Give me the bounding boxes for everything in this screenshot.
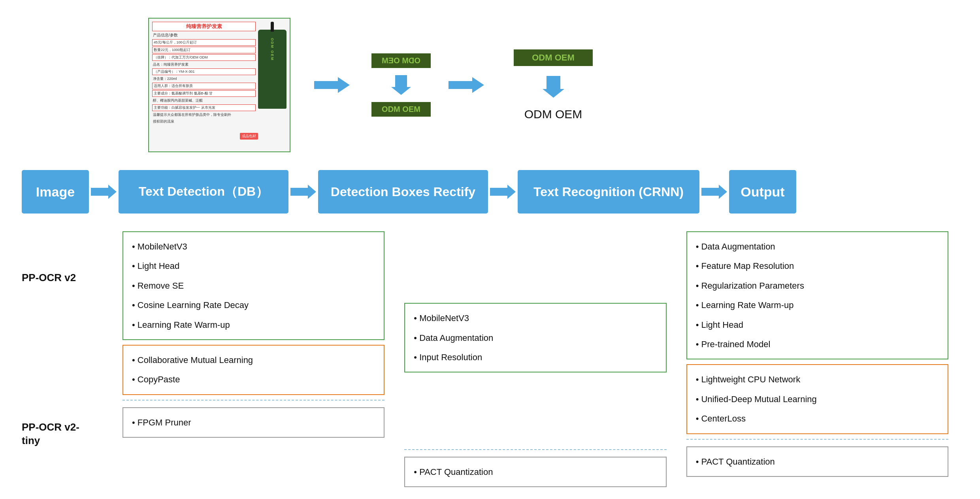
pp-ocr-tiny-label: PP-OCR v2- tiny <box>22 421 113 448</box>
rectify-tiny-box: • PACT Quantization <box>404 457 666 487</box>
badge: 成品包材 <box>240 133 258 140</box>
product-line-5: （产品编号）：YM-X-301 <box>152 68 256 75</box>
recognition-tiny-item-1: • PACT Quantization <box>696 454 939 469</box>
flow-output-box: Output <box>729 170 796 214</box>
flow-detection-box: Text Detection（DB） <box>119 170 288 214</box>
recognition-green-item-3: • Regularization Parameters <box>696 278 939 293</box>
detection-green-item-1: • MobileNetV3 <box>132 239 375 254</box>
detection-orange-box: • Collaborative Mutual Learning • CopyPa… <box>122 345 384 395</box>
rectify-divider <box>404 449 666 450</box>
product-text-area: 纯臻营养护发素 产品信息/参数 45元/每公斤，100公斤起订 数量22元，10… <box>152 22 256 148</box>
flow-image-box: Image <box>22 170 89 214</box>
rectify-col: • MobileNetV3 • Data Augmentation • Inpu… <box>394 229 676 489</box>
rectify-tiny-item-1: • PACT Quantization <box>414 465 657 479</box>
product-line-3: （挂牌）：代加工万方/OEM ODM <box>152 54 256 61</box>
divider-spacer <box>22 352 113 353</box>
product-line-4: 品名：纯臻营养护发素 <box>152 62 256 68</box>
top-arrow-2 <box>445 77 488 93</box>
odm-text-plain: ODM OEM <box>524 108 582 121</box>
recognition-orange-item-3: • CenterLoss <box>696 411 939 426</box>
label-column: PP-OCR v2 PP-OCR v2- tiny <box>22 229 113 489</box>
product-bottle: ODM OEM <box>258 30 286 109</box>
svg-marker-4 <box>91 185 117 199</box>
product-line-8: 主要成分：氨基酸调节剂 氨基B-酯 甘 <box>152 90 256 97</box>
bottom-content: • MobileNetV3 • Light Head • Remove SE •… <box>113 229 958 489</box>
rectify-green-item-1: • MobileNetV3 <box>414 311 657 325</box>
detection-orange-item-2: • CopyPaste <box>132 372 375 387</box>
flow-arrow-4 <box>699 185 729 199</box>
product-line-10: 主要功能：白腻容妆发发护一 从市光发 <box>152 104 256 111</box>
product-panel-area: 纯臻营养护发素 产品信息/参数 45元/每公斤，100公斤起订 数量22元，10… <box>132 18 306 152</box>
bottom-row: PP-OCR v2 PP-OCR v2- tiny • MobileNetV3 … <box>22 223 958 489</box>
detection-col: • MobileNetV3 • Light Head • Remove SE •… <box>113 229 394 489</box>
detection-green-box: • MobileNetV3 • Light Head • Remove SE •… <box>122 231 384 340</box>
rectify-top-spacer <box>404 231 666 298</box>
rectify-green-item-3: • Input Resolution <box>414 350 657 365</box>
product-line-2: 数量22元，1000瓶起订 <box>152 47 256 53</box>
detection-orange-item-1: • Collaborative Mutual Learning <box>132 353 375 367</box>
product-line-7: 适用人群：适合所有肤质 <box>152 83 256 89</box>
product-panel: 纯臻营养护发素 产品信息/参数 45元/每公斤，100公斤起订 数量22元，10… <box>148 18 290 152</box>
flow-row: Image Text Detection（DB） Detection Boxes… <box>22 160 958 223</box>
detection-green-item-4: • Cosine Learning Rate Decay <box>132 298 375 312</box>
recognition-green-item-2: • Feature Map Resolution <box>696 259 939 273</box>
svg-marker-7 <box>701 185 727 199</box>
recognition-orange-item-1: • Lightweight CPU Network <box>696 372 939 387</box>
flow-arrow-1 <box>89 185 119 199</box>
recognition-orange-item-2: • Unified-Deep Mutual Learning <box>696 392 939 406</box>
rectify-mid-spacer <box>404 377 666 444</box>
detection-green-item-5: • Learning Rate Warm-up <box>132 318 375 332</box>
flow-rectify-box: Detection Boxes Rectify <box>318 170 488 214</box>
product-line-11: 温馨提示大众都落在所有护肤品类中，除专业刷外 <box>152 112 256 118</box>
recognition-tiny-box: • PACT Quantization <box>686 446 948 477</box>
detection-green-item-3: • Remove SE <box>132 278 375 293</box>
bottle-pump <box>271 22 274 32</box>
rectify-green-item-2: • Data Augmentation <box>414 331 657 345</box>
recognition-green-item-6: • Pre-trained Model <box>696 337 939 352</box>
odm-box-normal-2: ODM OEM <box>371 102 431 117</box>
svg-marker-2 <box>449 77 484 93</box>
product-line-9: 醇、椰油胺丙内基甜菜碱、泛醌 <box>152 98 256 104</box>
recognition-col: • Data Augmentation • Feature Map Resolu… <box>677 229 958 489</box>
top-arrow-1 <box>306 77 358 93</box>
detection-green-item-2: • Light Head <box>132 259 375 273</box>
flow-arrow-3 <box>488 185 518 199</box>
svg-marker-5 <box>290 185 316 199</box>
product-line-12: 授权部的流泉 <box>152 119 256 125</box>
recognition-green-box: • Data Augmentation • Feature Map Resolu… <box>686 231 948 359</box>
odm-box-right-top: ODM OEM <box>514 49 593 66</box>
page-container: 纯臻营养护发素 产品信息/参数 45元/每公斤，100公斤起订 数量22元，10… <box>0 0 980 499</box>
recognition-green-item-5: • Light Head <box>696 318 939 332</box>
top-visual-row: 纯臻营养护发素 产品信息/参数 45元/每公斤，100公斤起订 数量22元，10… <box>22 10 958 160</box>
odm-box-flipped: ODM OEM <box>371 53 431 68</box>
product-subtitle: 产品信息/参数 <box>152 32 256 38</box>
recognition-green-item-1: • Data Augmentation <box>696 239 939 254</box>
recognition-divider <box>686 439 948 440</box>
detection-divider <box>122 400 384 401</box>
detection-tiny-item-1: • FPGM Pruner <box>132 415 375 430</box>
product-line-6: 净含量：220ml <box>152 76 256 82</box>
svg-marker-0 <box>314 77 350 93</box>
flow-arrow-2 <box>288 185 318 199</box>
svg-marker-1 <box>391 75 411 95</box>
svg-marker-3 <box>543 76 564 98</box>
product-title: 纯臻营养护发素 <box>152 22 256 31</box>
recognition-orange-box: • Lightweight CPU Network • Unified-Deep… <box>686 364 948 434</box>
product-line-1: 45元/每公斤，100公斤起订 <box>152 39 256 46</box>
pp-ocr-v2-label: PP-OCR v2 <box>22 271 113 285</box>
odm-col3: ODM OEM ODM OEM <box>488 49 618 121</box>
recognition-green-item-4: • Learning Rate Warm-up <box>696 298 939 312</box>
bottle-label: ODM OEM <box>270 38 274 61</box>
flow-recognition-box: Text Recognition (CRNN) <box>518 170 699 214</box>
odm-col2: ODM OEM ODM OEM <box>358 53 445 117</box>
detection-tiny-box: • FPGM Pruner <box>122 407 384 438</box>
rectify-green-box: • MobileNetV3 • Data Augmentation • Inpu… <box>404 303 666 372</box>
svg-marker-6 <box>490 185 516 199</box>
